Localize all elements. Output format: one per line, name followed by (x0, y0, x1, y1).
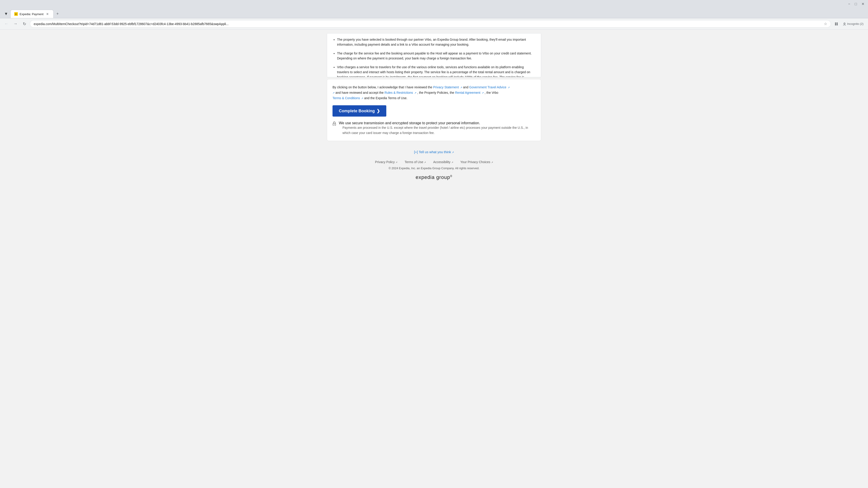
terms-of-use-link[interactable]: Terms of Use ↗ (405, 160, 426, 164)
tell-us-label: [+] Tell us what you think (414, 150, 451, 154)
terms-conditions-link[interactable]: Terms & Conditions ↗ (333, 96, 364, 100)
svg-point-8 (334, 124, 335, 125)
external-link-icon-3: ↗ (414, 92, 416, 94)
svg-point-6 (844, 23, 845, 24)
ack-and: and (463, 86, 468, 89)
rental-agreement-link[interactable]: Rental Agreement ↗ (455, 91, 485, 94)
government-travel-advice-link[interactable]: Government Travel Advice ↗ (469, 86, 510, 89)
forward-button[interactable]: → (12, 20, 19, 28)
tell-us-link[interactable]: [+] Tell us what you think ↗ (414, 150, 454, 154)
bullet-text-2: The charge for the service fee and the b… (337, 52, 532, 60)
incognito-button[interactable]: Incognito (2) (841, 21, 865, 27)
privacy-statement-link[interactable]: Privacy Statement ↗ (433, 86, 463, 89)
external-link-icon: ↗ (460, 86, 462, 89)
external-link-icon-4: ↗ (482, 92, 484, 94)
tab-list-button[interactable]: ▼ (3, 11, 9, 17)
complete-booking-button[interactable]: Complete Booking ❯ (333, 105, 386, 117)
external-icon-small: ↗ (333, 92, 335, 94)
restore-button[interactable]: □ (853, 1, 859, 7)
copyright-text: © 2024 Expedia, Inc. an Expedia Group Co… (327, 166, 541, 170)
ack-comma-vrbo: , the Vrbo (485, 91, 498, 94)
ack-expedia: and the Expedia Terms of Use. (364, 96, 407, 100)
new-tab-button[interactable]: + (55, 10, 61, 18)
logo-text: expedia group (416, 174, 450, 180)
security-sub-text: Payments are processed in the U.S. excep… (339, 125, 535, 135)
security-section: We use secure transmission and encrypted… (333, 121, 535, 135)
bullet-text-3: Vrbo charges a service fee to travelers … (337, 65, 530, 77)
svg-rect-5 (837, 24, 838, 25)
external-link-icon-footer: ↗ (452, 151, 454, 154)
external-link-icon-2: ↗ (508, 86, 510, 89)
tou-ext-icon: ↗ (424, 161, 426, 164)
incognito-label: Incognito (2) (847, 22, 864, 26)
arrow-icon: ❯ (377, 108, 380, 113)
svg-rect-3 (837, 23, 838, 24)
tab-close-button[interactable]: ✕ (45, 12, 50, 16)
acc-ext-icon: ↗ (452, 161, 453, 164)
expedia-group-logo: expedia group® (327, 174, 541, 180)
svg-rect-4 (835, 24, 836, 25)
rules-restrictions-link[interactable]: Rules & Restrictions ↗ (384, 91, 417, 94)
close-button[interactable]: ✕ (860, 1, 866, 7)
ack-prefix: By clicking on the button below, I ackno… (333, 86, 432, 89)
accessibility-label: Accessibility (433, 160, 450, 164)
minimize-button[interactable]: − (846, 1, 852, 7)
list-item: The charge for the service fee and the b… (337, 51, 536, 61)
privacy-choices-label: Your Privacy Choices (460, 160, 491, 164)
list-item: The property you have selected is booked… (337, 37, 536, 47)
bookmark-button[interactable]: ☆ (824, 22, 827, 26)
active-tab[interactable]: E Expedia: Payment ✕ (10, 10, 54, 18)
ack-comma-property: , the Property Policies, the (417, 91, 454, 94)
terms-of-use-label: Terms of Use (405, 160, 423, 164)
back-button[interactable]: ← (3, 20, 10, 28)
ack-have: and have reviewed and accept the (336, 91, 383, 94)
svg-rect-2 (835, 23, 836, 24)
url-text: expedia.com/MultiItemCheckout?tripid=74d… (34, 22, 822, 26)
pc-ext-icon: ↗ (491, 161, 493, 164)
footer-links: Privacy Policy ↗ Terms of Use ↗ Accessib… (327, 160, 541, 164)
list-item: Vrbo charges a service fee to travelers … (337, 65, 536, 77)
accessibility-link[interactable]: Accessibility ↗ (433, 160, 453, 164)
vrbo-info-list: The property you have selected is booked… (332, 37, 536, 77)
bullet-text-1: The property you have selected is booked… (337, 38, 526, 46)
acknowledgment-paragraph: By clicking on the button below, I ackno… (333, 85, 535, 101)
reload-button[interactable]: ↻ (21, 20, 28, 28)
svg-text:E: E (16, 13, 17, 15)
privacy-policy-link[interactable]: Privacy Policy ↗ (375, 160, 397, 164)
tab-title: Expedia: Payment (20, 12, 43, 16)
security-main-text: We use secure transmission and encrypted… (339, 121, 480, 125)
tab-favicon: E (14, 12, 18, 16)
complete-booking-label: Complete Booking (339, 109, 375, 113)
external-link-icon-5: ↗ (361, 97, 363, 100)
footer: [+] Tell us what you think ↗ Privacy Pol… (323, 143, 545, 188)
pp-ext-icon: ↗ (396, 161, 397, 164)
lock-icon (333, 122, 336, 127)
address-bar[interactable]: expedia.com/MultiItemCheckout?tripid=74d… (30, 20, 831, 28)
privacy-policy-label: Privacy Policy (375, 160, 395, 164)
privacy-choices-link[interactable]: Your Privacy Choices ↗ (460, 160, 493, 164)
trademark-symbol: ® (450, 175, 452, 178)
extensions-button[interactable] (833, 20, 840, 28)
